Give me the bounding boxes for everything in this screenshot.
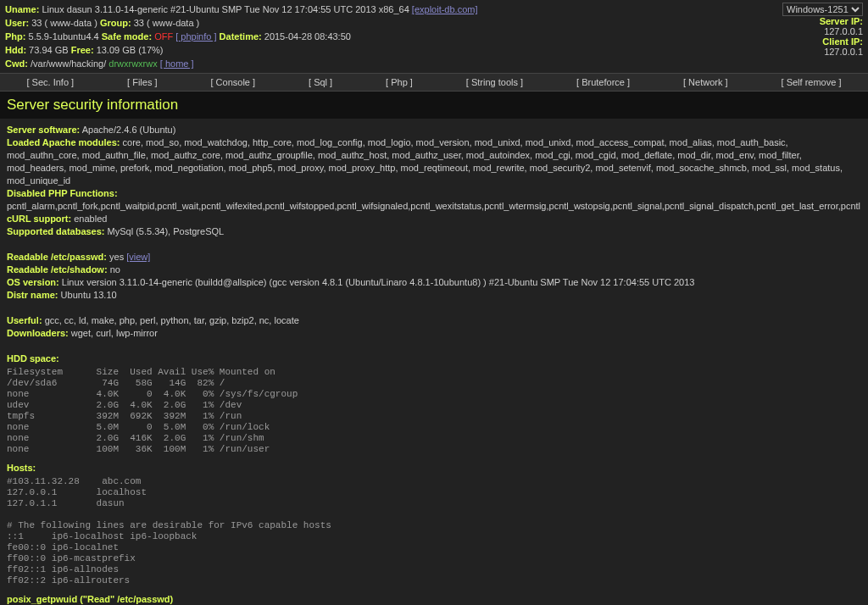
nav-files[interactable]: [ Files ] [127, 77, 157, 87]
downloaders: wget, curl, lwp-mirror [71, 328, 158, 338]
os-label: OS version: [7, 277, 59, 287]
nav-secinfo[interactable]: [ Sec. Info ] [26, 77, 74, 87]
hdd-total: 73.94 GB [29, 45, 68, 55]
nav-console[interactable]: [ Console ] [210, 77, 255, 87]
modules: core, mod_so, mod_watchdog, http_core, m… [7, 137, 843, 186]
uname-label: Uname: [5, 4, 39, 14]
cwd-perms: drwxrwxrwx [108, 58, 157, 69]
software-label: Server software: [7, 125, 80, 135]
nav-php[interactable]: [ Php ] [386, 77, 413, 87]
group-value: 33 ( www-data ) [134, 18, 200, 28]
userful: gcc, cc, ld, make, php, perl, python, ta… [45, 315, 299, 325]
userful-label: Userful: [7, 315, 42, 325]
hddspace-pre: Filesystem Size Used Avail Use% Mounted … [7, 367, 861, 455]
encoding-select[interactable]: Windows-1251 [782, 3, 863, 16]
shadow-label: Readable /etc/shadow: [7, 264, 108, 275]
user-label: User: [5, 18, 29, 28]
home-link[interactable]: [ home ] [160, 58, 194, 69]
os: Linux version 3.11.0-14-generic (buildd@… [62, 277, 695, 287]
nav-selfremove[interactable]: [ Self remove ] [782, 77, 842, 87]
safemode-label: Safe mode: [102, 31, 152, 42]
client-ip-label: Client IP: [822, 36, 863, 47]
passwd-label: Readable /etc/passwd: [7, 252, 107, 262]
content-panel: Server software: Apache/2.4.6 (Ubuntu) L… [0, 119, 868, 605]
uname-value: Linux dasun 3.11.0-14-generic #21-Ubuntu… [42, 4, 409, 14]
server-info-box: Windows-1251 Server IP: 127.0.0.1 Client… [782, 3, 863, 57]
disabled-funcs: pcntl_alarm,pcntl_fork,pcntl_waitpid,pcn… [7, 200, 861, 213]
free-label: Free: [71, 45, 94, 55]
user-value: 33 ( www-data ) [31, 18, 97, 28]
downloaders-label: Downloaders: [7, 328, 69, 338]
nav-string[interactable]: [ String tools ] [466, 77, 523, 87]
server-ip-label: Server IP: [820, 16, 863, 26]
hdd-label: Hdd: [5, 45, 26, 55]
header-panel: Uname: Linux dasun 3.11.0-14-generic #21… [0, 0, 868, 73]
php-label: Php: [5, 31, 25, 42]
exploit-db-link[interactable]: [exploit-db.com] [412, 4, 478, 14]
hdd-free: 13.09 GB (17%) [97, 45, 164, 55]
disabled-label: Disabled PHP Functions: [7, 188, 118, 198]
hosts-label: Hosts: [7, 463, 36, 473]
distr-label: Distr name: [7, 290, 58, 300]
nav-sql[interactable]: [ Sql ] [309, 77, 332, 87]
software: Apache/2.4.6 (Ubuntu) [82, 125, 176, 135]
server-ip: 127.0.0.1 [824, 26, 863, 36]
view-passwd[interactable]: [view] [126, 252, 150, 262]
db-label: Supported databases: [7, 226, 105, 236]
page-title: Server security information [0, 92, 868, 119]
db: MySql (5.5.34), PostgreSQL [108, 226, 225, 236]
client-ip: 127.0.0.1 [824, 47, 863, 57]
hosts-pre: #103.11.32.28 abc.com 127.0.0.1 localhos… [7, 476, 861, 586]
shadow: no [110, 264, 120, 275]
nav-bar: [ Sec. Info ] [ Files ] [ Console ] [ Sq… [0, 73, 868, 92]
posix-label: posix_getpwuid ("Read" /etc/passwd) [7, 594, 173, 604]
cwd-label: Cwd: [5, 58, 28, 69]
distr: Ubuntu 13.10 [61, 290, 117, 300]
safemode-value: OFF [154, 31, 173, 42]
php-value: 5.5.9-1ubuntu4.4 [29, 31, 99, 42]
passwd: yes [109, 252, 124, 262]
nav-brute[interactable]: [ Bruteforce ] [576, 77, 630, 87]
curl: enabled [74, 214, 107, 224]
modules-label: Loaded Apache modules: [7, 137, 120, 147]
nav-network[interactable]: [ Network ] [683, 77, 728, 87]
curl-label: cURL support: [7, 214, 71, 224]
phpinfo-link[interactable]: [ phpinfo ] [175, 31, 216, 42]
datetime-value: 2015-04-28 08:43:50 [264, 31, 351, 42]
group-label: Group: [100, 18, 131, 28]
datetime-label: Datetime: [220, 31, 262, 42]
hddspace-label: HDD space: [7, 353, 59, 364]
cwd-path[interactable]: /var/www/hacking/ [31, 58, 106, 69]
